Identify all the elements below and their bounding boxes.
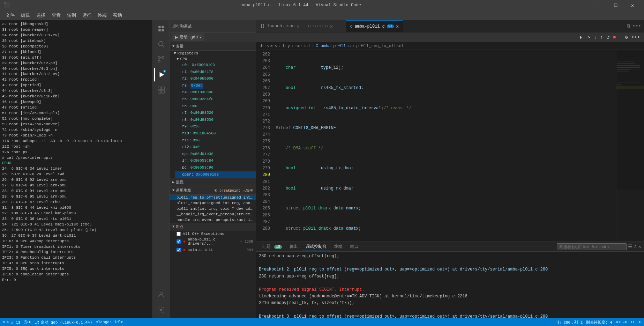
step-out-btn[interactable]: ↑ xyxy=(599,34,604,41)
tab-terminal[interactable]: 终端 xyxy=(331,243,346,251)
filter-list-icon[interactable]: ☰ xyxy=(628,244,632,250)
cpu-header[interactable]: ▼ CPU xyxy=(175,56,256,62)
bp-checkbox-cpp[interactable] xyxy=(177,232,181,236)
activity-extensions[interactable] xyxy=(154,83,168,97)
bp-checkbox-amba[interactable] xyxy=(177,239,181,244)
reg-r4[interactable]: r4: 0x81838a40 xyxy=(175,89,256,96)
menu-file[interactable]: 文件 xyxy=(3,11,17,20)
status-encoding[interactable]: UTF-8 xyxy=(616,320,627,324)
breakpoints-header[interactable]: ▼ 断点 xyxy=(170,223,256,231)
tab-debug-console[interactable]: 调试控制台 xyxy=(302,243,330,251)
reg-r3[interactable]: r3: 0x3ed xyxy=(175,82,256,89)
menu-run[interactable]: 运行 xyxy=(80,11,94,20)
stack-item-4[interactable]: handle_irq_event_percpu(struct irq_desc xyxy=(170,217,256,223)
monitor-header[interactable]: ▶ 监视 xyxy=(170,178,256,186)
split-editor-icon[interactable]: ⧉ xyxy=(627,23,630,29)
restart-btn[interactable]: ↺ xyxy=(606,33,611,41)
maximize-button[interactable]: □ xyxy=(608,0,624,10)
stack-item-3[interactable]: __handle_irq_event_percpu(struct irq_de xyxy=(170,212,256,217)
reg-r1[interactable]: r1: 0x80d64178 xyxy=(175,69,256,76)
tab-main-c[interactable]: C main.c ✕ xyxy=(304,20,346,32)
breadcrumb-part-3[interactable]: serial xyxy=(295,44,310,49)
status-language[interactable]: C xyxy=(639,320,641,324)
minimize-button[interactable]: ─ xyxy=(591,0,607,10)
bp-edit-icon[interactable]: ✎ xyxy=(240,239,242,244)
code-content[interactable]: char type[12]; bool rs485_tx_started; un… xyxy=(273,50,616,242)
breadcrumb-part-4[interactable]: C amba-pl011.c xyxy=(316,44,351,49)
step-over-btn[interactable]: ↷ xyxy=(586,33,591,41)
breadcrumb-part-5[interactable]: pl011_reg_to_offset xyxy=(356,44,404,49)
settings-btn[interactable]: ⚙ xyxy=(624,33,629,41)
stack-item-0[interactable]: pl011_reg_to_offset(unsigned int reg, c xyxy=(170,195,256,200)
activity-account[interactable] xyxy=(154,288,168,302)
status-tab-size[interactable]: 制表符长度: 4 xyxy=(586,320,612,325)
reg-r10[interactable]: r10: 0x81884500 xyxy=(175,130,256,137)
reg-r12[interactable]: r12: 0x0 xyxy=(175,144,256,151)
tab-close-amba[interactable]: ✕ xyxy=(396,23,399,29)
reg-r8[interactable]: r8: 0x80d98500 xyxy=(175,117,256,124)
reg-r2[interactable]: r2: 0x949b9000 xyxy=(175,75,256,82)
terminal-content[interactable]: 32 root [khungtaskd] 33 root [oom_reaper… xyxy=(0,20,152,318)
panel-close-icon[interactable]: ✕ xyxy=(638,244,641,250)
status-debug[interactable]: × 4 △ 11 xyxy=(3,320,20,325)
variables-header[interactable]: ▼ 变量 xyxy=(170,42,256,51)
step-into-btn[interactable]: ↓ xyxy=(593,34,598,41)
filter-input[interactable] xyxy=(557,243,627,250)
stack-item-1[interactable]: pl011_read(unsigned int reg, const stru xyxy=(170,200,256,206)
reg-cpsr[interactable]: cpsr: 0x60000193 xyxy=(175,171,256,178)
status-line-col[interactable]: 行 280，列 1 xyxy=(557,320,583,325)
panel-up-icon[interactable]: ∧ xyxy=(634,244,637,250)
callstack-header[interactable]: ▼ 调用堆栈 ⑧ breakpoint 已暂停 xyxy=(170,186,256,195)
reg-pc[interactable]: pc: 0x80553c90 xyxy=(175,164,256,171)
menu-bar: 文件 编辑 选择 查看 转到 运行 终端 帮助 xyxy=(0,10,644,20)
status-gdb[interactable]: ⎇ 启动 gdb (Linux-6.1.44) xyxy=(35,320,92,325)
menu-help[interactable]: 帮助 xyxy=(110,11,125,20)
reg-r7[interactable]: r7: 0x80d98520 xyxy=(175,110,256,117)
stack-item-2[interactable]: pl011_int(int irq, void * dev_id) a xyxy=(170,206,256,212)
tab-close-main[interactable]: ✕ xyxy=(330,23,333,29)
reg-r6[interactable]: r6: 0x0 xyxy=(175,103,256,110)
more-actions-icon[interactable]: ••• xyxy=(632,23,641,29)
menu-go[interactable]: 转到 xyxy=(64,11,79,20)
activity-debug[interactable]: 1 xyxy=(154,68,168,82)
bp-amba[interactable]: ● amba-pl011.c drivers/... ✎ 1558 xyxy=(170,237,256,246)
reg-sp[interactable]: sp: 0x80d01e38 xyxy=(175,151,256,158)
terminal-line: 34 root [kworker/u8:1-ev] xyxy=(2,33,150,38)
menu-select[interactable]: 选择 xyxy=(33,11,48,20)
tab-launch-json[interactable]: {} launch.json ✕ xyxy=(256,20,304,32)
code-lines[interactable]: 262 263 264 265 266 267 268 269 270 271 … xyxy=(256,50,644,242)
breadcrumb-part-1[interactable]: drivers xyxy=(260,44,277,49)
registers-header[interactable]: ▼ Registers xyxy=(172,51,256,56)
bp-checkbox-main[interactable] xyxy=(177,248,181,252)
menu-terminal[interactable]: 终端 xyxy=(95,11,110,20)
status-clangd[interactable]: clangd: idle xyxy=(96,320,123,324)
activity-explorer[interactable] xyxy=(154,22,168,36)
reg-lr[interactable]: lr: 0x80553c84 xyxy=(175,157,256,164)
run-control-group[interactable]: ▶ 启动 gdb ▾ xyxy=(172,34,204,41)
breadcrumb-part-2[interactable]: tty xyxy=(283,44,290,49)
terminal-line: 25: 5376 GIC-0 29 Level twd xyxy=(2,172,150,177)
tab-output[interactable]: 输出 xyxy=(286,243,301,251)
reg-r0[interactable]: r0: 0x60000193 xyxy=(175,62,256,69)
stop-btn[interactable]: ■ xyxy=(612,34,617,41)
more-btn[interactable]: ••• xyxy=(630,34,641,41)
menu-view[interactable]: 查看 xyxy=(49,11,63,20)
tab-close-launch[interactable]: ✕ xyxy=(297,23,299,29)
menu-edit[interactable]: 编辑 xyxy=(18,11,33,20)
reg-r9[interactable]: r9: 0x26 xyxy=(175,123,256,130)
status-git[interactable]: ⓪ 0 xyxy=(24,320,31,325)
tab-ports[interactable]: 端口 xyxy=(347,243,362,251)
activity-settings[interactable] xyxy=(154,303,168,317)
bp-all-cpp[interactable]: All C++ Exceptions xyxy=(170,231,256,237)
reg-r11[interactable]: r11: 0x0 xyxy=(175,137,256,144)
activity-search[interactable] xyxy=(154,37,168,51)
continue-btn[interactable]: ⏵ xyxy=(578,34,585,41)
tab-amba-pl011[interactable]: C amba-pl011.c 9+ ✕ xyxy=(346,20,403,32)
bp-main-c[interactable]: ● main.c init 934 xyxy=(170,246,256,253)
tab-problems[interactable]: 问题 15 xyxy=(259,243,285,251)
activity-source-control[interactable] xyxy=(154,52,168,66)
status-eol[interactable]: LF xyxy=(631,320,635,324)
terminal-line: IPI1: 0 Timer broadcast interrupts xyxy=(2,244,150,250)
close-button[interactable]: ✕ xyxy=(624,0,641,10)
reg-r5[interactable]: r5: 0x8092d4f8 xyxy=(175,96,256,103)
